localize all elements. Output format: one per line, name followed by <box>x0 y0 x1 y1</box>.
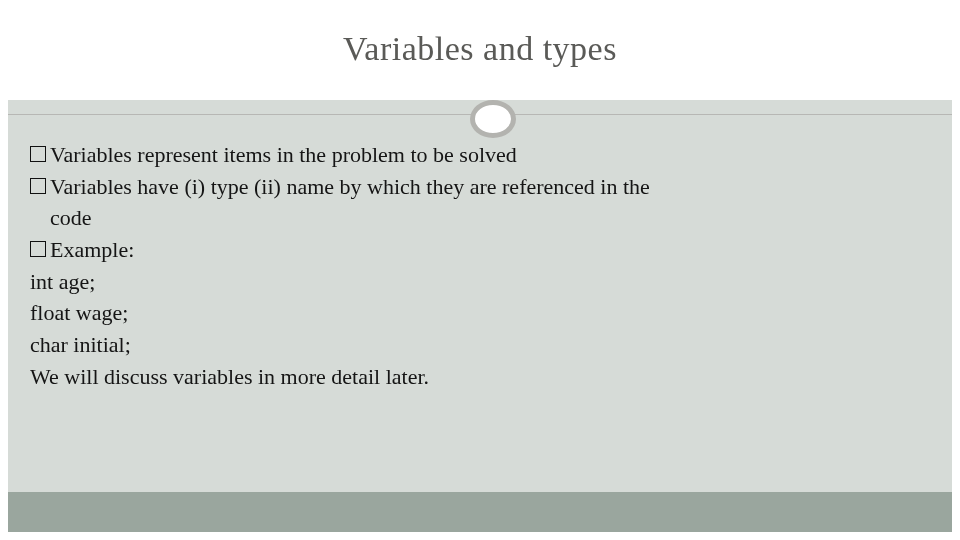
bullet-item: Variables have (i) type (ii) name by whi… <box>30 172 930 202</box>
slide-footer-bar <box>8 492 952 532</box>
square-bullet-icon <box>30 241 46 257</box>
square-bullet-icon <box>30 178 46 194</box>
bullet-item: Variables represent items in the problem… <box>30 140 930 170</box>
slide-title: Variables and types <box>8 30 952 68</box>
code-line: char initial; <box>30 330 930 360</box>
divider-ring-icon <box>470 100 516 138</box>
bullet-text: Example: <box>50 235 930 265</box>
body-text: We will discuss variables in more detail… <box>30 362 930 392</box>
code-line: int age; <box>30 267 930 297</box>
bullet-item: Example: <box>30 235 930 265</box>
bullet-text: Variables have (i) type (ii) name by whi… <box>50 172 930 202</box>
square-bullet-icon <box>30 146 46 162</box>
slide-body: Variables represent items in the problem… <box>8 100 952 492</box>
slide-header: Variables and types <box>8 8 952 100</box>
bullet-continuation: code <box>30 203 930 233</box>
code-line: float wage; <box>30 298 930 328</box>
bullet-text: Variables represent items in the problem… <box>50 140 930 170</box>
